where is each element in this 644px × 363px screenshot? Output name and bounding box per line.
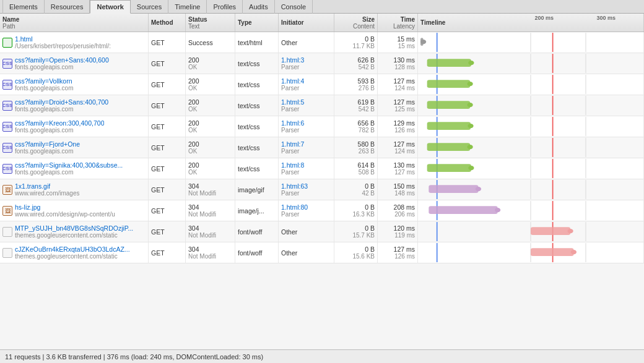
table-row[interactable]: CSS css?family=Vollkorn fonts.googleapis… (0, 74, 644, 95)
table-row[interactable]: 🖼 1x1.trans.gif www.wired.com/images GET… (0, 179, 644, 200)
tab-elements[interactable]: Elements (2, 0, 45, 14)
svg-point-17 (468, 82, 473, 86)
svg-rect-16 (427, 80, 470, 88)
tab-sources[interactable]: Sources (131, 0, 168, 14)
timeline-svg (420, 159, 641, 178)
table-row[interactable]: CSS css?family=Kreon:300,400,700 fonts.g… (0, 116, 644, 137)
cell-status: 304 Not Modifi (186, 179, 235, 200)
col-header-method[interactable]: Method (149, 14, 186, 32)
cell-timeline (418, 137, 644, 158)
initiator-link: 1.html:7 (281, 140, 304, 148)
cell-size: 626 B 542 B (334, 53, 378, 74)
table-row[interactable]: 1.html /Users/krisbert/repos/perusie/htm… (0, 32, 644, 53)
tab-profiles[interactable]: Profiles (207, 0, 243, 14)
svg-point-53 (495, 208, 500, 212)
cell-status: 200 OK (186, 74, 235, 95)
initiator-link: 1.html:63 (281, 182, 308, 190)
cell-method: GET (149, 158, 186, 179)
cell-status: 200 OK (186, 53, 235, 74)
cell-type: font/woff (235, 242, 279, 263)
cell-initiator: 1.html:80 Parser (279, 200, 334, 221)
svg-point-41 (468, 166, 474, 170)
cell-status: 200 OK (186, 158, 235, 179)
cell-method: GET (149, 242, 186, 263)
cell-timeline (418, 179, 644, 200)
timeline-svg (420, 180, 641, 199)
cell-time: 127 ms 124 ms (378, 74, 418, 95)
file-icon: CSS (2, 101, 12, 111)
cell-timeline (418, 53, 644, 74)
col-header-status[interactable]: Status Text (186, 14, 235, 32)
cell-type: text/css (235, 137, 279, 158)
cell-timeline (418, 158, 644, 179)
file-path: themes.googleusercontent.com/static (15, 253, 130, 260)
col-header-time[interactable]: Time Latency (378, 14, 418, 32)
table-row[interactable]: CSS css?family=Fjord+One fonts.googleapi… (0, 137, 644, 158)
cell-status: 304 Not Modifi (186, 200, 235, 221)
cell-type: text/html (235, 32, 279, 53)
file-icon: 🖼 (2, 185, 12, 195)
tab-resources[interactable]: Resources (45, 0, 90, 14)
file-name: 1.html (15, 35, 111, 43)
col-header-name[interactable]: Name Path (0, 14, 149, 32)
svg-rect-64 (531, 248, 573, 256)
tab-console[interactable]: Console (275, 0, 313, 14)
cell-status: 304 Not Modifi (186, 242, 235, 263)
table-row[interactable]: CSS css?family=Open+Sans:400,600 fonts.g… (0, 53, 644, 74)
cell-method: GET (149, 32, 186, 53)
col-header-initiator[interactable]: Initiator (279, 14, 334, 32)
cell-initiator: 1.html:5 Parser (279, 95, 334, 116)
cell-name: MTP_ySUJH_bn48VBG8sNSqRDOzjiP... themes.… (0, 221, 149, 242)
file-path: fonts.googleapis.com (15, 127, 104, 134)
col-header-timeline[interactable]: Timeline 200 ms 300 ms (418, 14, 644, 32)
cell-initiator: Other (279, 221, 334, 242)
file-path: fonts.googleapis.com (15, 169, 123, 176)
cell-size: 656 B 782 B (334, 116, 378, 137)
cell-status: 304 Not Modifi (186, 221, 235, 242)
cell-timeline (418, 200, 644, 221)
cell-name: 🖼 hs-liz.jpg www.wired.com/design/wp-con… (0, 200, 149, 221)
cell-type: image/j... (235, 200, 279, 221)
cell-name: CSS css?family=Kreon:300,400,700 fonts.g… (0, 116, 149, 137)
cell-initiator: 1.html:7 Parser (279, 137, 334, 158)
file-path: fonts.googleapis.com (15, 106, 108, 113)
table-row[interactable]: CSS css?family=Signika:400,300&subse... … (0, 158, 644, 179)
cell-type: image/gif (235, 179, 279, 200)
cell-timeline (418, 116, 644, 137)
svg-rect-10 (427, 59, 471, 67)
svg-point-35 (468, 145, 473, 149)
cell-type: text/css (235, 116, 279, 137)
cell-name: cJZKeOuBrn4kERxqtaUH3bO3LdcAZ... themes.… (0, 242, 149, 263)
cell-name: CSS css?family=Fjord+One fonts.googleapi… (0, 137, 149, 158)
cell-size: 0 B 16.3 KB (334, 200, 378, 221)
cell-time: 150 ms 148 ms (378, 179, 418, 200)
file-icon: CSS (2, 80, 12, 90)
table-row[interactable]: CSS css?family=Droid+Sans:400,700 fonts.… (0, 95, 644, 116)
table-row[interactable]: cJZKeOuBrn4kERxqtaUH3bO3LdcAZ... themes.… (0, 242, 644, 263)
cell-time: 127 ms 126 ms (378, 242, 418, 263)
cell-size: 0 B 42 B (334, 179, 378, 200)
cell-initiator: Other (279, 242, 334, 263)
col-header-type[interactable]: Type (235, 14, 279, 32)
cell-timeline (418, 95, 644, 116)
table-row[interactable]: MTP_ySUJH_bn48VBG8sNSqRDOzjiP... themes.… (0, 221, 644, 242)
file-name: 1x1.trans.gif (15, 182, 79, 190)
cell-timeline (418, 242, 644, 263)
svg-rect-22 (427, 101, 470, 109)
cell-type: text/css (235, 74, 279, 95)
file-name: css?family=Vollkorn (15, 77, 74, 85)
file-path: fonts.googleapis.com (15, 85, 74, 92)
table-row[interactable]: 🖼 hs-liz.jpg www.wired.com/design/wp-con… (0, 200, 644, 221)
svg-rect-34 (427, 143, 470, 151)
tab-timeline[interactable]: Timeline (168, 0, 207, 14)
cell-time: 129 ms 126 ms (378, 116, 418, 137)
file-icon: CSS (2, 164, 12, 174)
svg-rect-58 (531, 227, 570, 235)
svg-point-23 (468, 103, 473, 107)
cell-time: 120 ms 119 ms (378, 221, 418, 242)
col-header-size[interactable]: Size Content (334, 14, 378, 32)
cell-time: 15 ms 15 ms (378, 32, 418, 53)
timeline-svg (420, 138, 641, 157)
tab-audits[interactable]: Audits (243, 0, 275, 14)
tab-network[interactable]: Network (90, 0, 130, 14)
